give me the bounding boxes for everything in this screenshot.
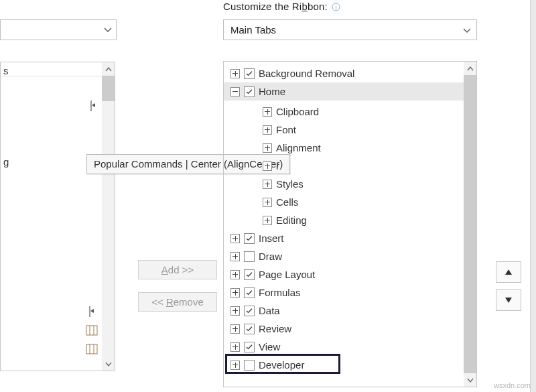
- expand-icon[interactable]: [230, 69, 240, 78]
- tree-tab-item[interactable]: Review: [224, 320, 464, 338]
- tree-tab-item[interactable]: Home: [224, 82, 464, 101]
- add-button[interactable]: Add >>: [138, 260, 217, 279]
- checkbox[interactable]: [244, 68, 255, 79]
- chevron-down-icon: [104, 27, 112, 33]
- list-item-glyph: [85, 305, 98, 318]
- expand-icon[interactable]: [230, 342, 240, 352]
- svg-text:i: i: [336, 4, 337, 11]
- tree-item-label: Alignment: [276, 142, 321, 153]
- scroll-up-button[interactable]: [464, 62, 476, 75]
- tree-item-label: Editing: [276, 214, 307, 226]
- expand-icon[interactable]: [230, 234, 240, 243]
- tree-item-label: View: [259, 341, 280, 352]
- tree-item-label: Clipboard: [276, 106, 319, 117]
- choose-commands-dropdown[interactable]: [0, 19, 117, 40]
- tree-tab-item[interactable]: Page Layout: [224, 265, 464, 283]
- tree-item-label: Draw: [259, 251, 282, 262]
- scroll-thumb[interactable]: [464, 75, 476, 373]
- checkbox[interactable]: [244, 306, 255, 316]
- tree-group-item[interactable]: Styles: [224, 175, 464, 193]
- checkbox[interactable]: [244, 251, 255, 262]
- tree-group-item[interactable]: r: [224, 157, 464, 175]
- expand-icon[interactable]: [263, 180, 272, 189]
- tree-item-label: r: [276, 160, 279, 172]
- list-item-glyph: [85, 324, 98, 337]
- tree-item-label: Page Layout: [259, 269, 315, 280]
- tree-item-label: Cells: [276, 196, 298, 208]
- scroll-track[interactable]: [102, 76, 115, 357]
- info-icon: i: [332, 2, 340, 13]
- tree-scrollbar[interactable]: [464, 62, 476, 387]
- tree-item-label: Review: [259, 323, 291, 334]
- commands-list-scrollbar[interactable]: [102, 62, 115, 371]
- expand-icon[interactable]: [230, 306, 240, 316]
- tree-tab-item[interactable]: Formulas: [224, 283, 464, 302]
- column-width-icon: [85, 324, 98, 337]
- chevron-down-icon: [463, 24, 471, 36]
- collapse-icon[interactable]: [230, 87, 240, 96]
- checkbox[interactable]: [244, 269, 255, 280]
- window-scrollbar[interactable]: [531, 0, 536, 392]
- tree-tab-item[interactable]: Insert: [224, 229, 464, 247]
- tree-tab-item[interactable]: View: [224, 338, 464, 356]
- tree-group-item[interactable]: Clipboard: [224, 103, 464, 121]
- expand-icon[interactable]: [263, 216, 272, 225]
- tree-group-item[interactable]: Alignment: [224, 139, 464, 157]
- tree-tab-item[interactable]: Draw: [224, 247, 464, 265]
- text-cursor-icon: [86, 99, 100, 113]
- watermark: wsxdn.com: [494, 381, 531, 389]
- ribbon-tabs-tree[interactable]: Background RemovalHomeClipboardFontAlign…: [223, 61, 477, 387]
- svg-rect-7: [86, 344, 97, 354]
- expand-icon[interactable]: [263, 107, 272, 117]
- scroll-down-button[interactable]: [102, 357, 115, 371]
- expand-icon[interactable]: [230, 361, 240, 370]
- move-up-button[interactable]: [496, 261, 521, 283]
- list-item-text: g: [3, 156, 9, 168]
- dropdown-value: Main Tabs: [230, 24, 276, 36]
- expand-icon[interactable]: [230, 252, 240, 261]
- tree-group-item[interactable]: Editing: [224, 211, 464, 229]
- tree-group-item[interactable]: Font: [224, 121, 464, 139]
- column-width-icon: [85, 342, 98, 356]
- list-item-glyph: [86, 99, 100, 113]
- commands-listbox[interactable]: s g: [0, 62, 115, 371]
- text-cursor-icon: [85, 305, 98, 318]
- tree-item-label: Background Removal: [259, 68, 354, 79]
- tree-item-label: Font: [276, 124, 296, 135]
- list-item-text: s: [3, 65, 9, 76]
- tree-item-label: Formulas: [259, 287, 301, 298]
- svg-rect-4: [86, 326, 97, 335]
- tree-tab-item[interactable]: Developer: [224, 356, 464, 374]
- tree-group-item[interactable]: Cells: [224, 193, 464, 211]
- checkbox[interactable]: [244, 233, 255, 244]
- list-item[interactable]: s: [1, 62, 102, 78]
- remove-button[interactable]: << Remove: [138, 292, 217, 312]
- tree-tab-item[interactable]: Data: [224, 302, 464, 320]
- expand-icon[interactable]: [263, 125, 272, 135]
- tree-tab-item[interactable]: Background Removal: [224, 64, 464, 82]
- scroll-track[interactable]: [464, 75, 476, 373]
- expand-icon[interactable]: [263, 161, 272, 171]
- panel-right-edge: [530, 0, 531, 392]
- checkbox[interactable]: [244, 360, 255, 371]
- checkbox[interactable]: [244, 287, 255, 298]
- expand-icon[interactable]: [230, 324, 240, 334]
- tree-item-label: Home: [259, 86, 285, 97]
- customize-ribbon-label: Customize the Ribbon: i: [223, 1, 340, 13]
- checkbox[interactable]: [244, 324, 255, 334]
- checkbox[interactable]: [244, 342, 255, 352]
- checkbox[interactable]: [244, 86, 255, 97]
- scroll-up-button[interactable]: [102, 62, 115, 76]
- scroll-down-button[interactable]: [464, 373, 476, 387]
- list-item-glyph: [85, 342, 98, 356]
- expand-icon[interactable]: [230, 270, 240, 279]
- tree-item-label: Data: [259, 305, 280, 316]
- scroll-thumb[interactable]: [102, 76, 115, 101]
- tree-item-label: Insert: [259, 233, 284, 244]
- customize-ribbon-dropdown[interactable]: Main Tabs: [223, 19, 477, 40]
- expand-icon[interactable]: [263, 198, 272, 207]
- move-down-button[interactable]: [496, 289, 521, 311]
- tree-item-label: Developer: [259, 359, 304, 371]
- expand-icon[interactable]: [230, 288, 240, 298]
- expand-icon[interactable]: [263, 143, 272, 153]
